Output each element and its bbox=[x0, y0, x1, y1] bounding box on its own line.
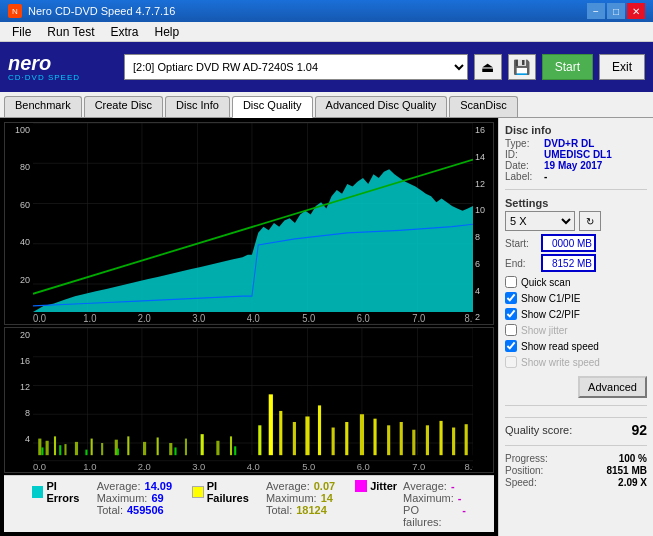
pi-errors-avg-row: Average: 14.09 bbox=[97, 480, 172, 492]
menu-file[interactable]: File bbox=[4, 23, 39, 41]
advanced-button[interactable]: Advanced bbox=[578, 376, 647, 398]
svg-rect-60 bbox=[318, 406, 321, 456]
legend-bar: PI Errors Average: 14.09 Maximum: 69 Tot… bbox=[4, 475, 494, 532]
show-read-speed-checkbox[interactable] bbox=[505, 340, 517, 352]
svg-rect-75 bbox=[117, 449, 119, 456]
bottom-chart-right-spacer bbox=[473, 328, 493, 472]
legend-pi-errors: PI Errors Average: 14.09 Maximum: 69 Tot… bbox=[32, 480, 172, 528]
svg-rect-40 bbox=[46, 441, 49, 455]
disc-date-label: Date: bbox=[505, 160, 540, 171]
menu-run-test[interactable]: Run Test bbox=[39, 23, 102, 41]
settings-title: Settings bbox=[505, 197, 647, 209]
end-input[interactable] bbox=[541, 254, 596, 272]
svg-text:4.0: 4.0 bbox=[247, 312, 260, 324]
tab-benchmark[interactable]: Benchmark bbox=[4, 96, 82, 117]
svg-rect-47 bbox=[127, 437, 129, 456]
speed-row-2: Speed: 2.09 X bbox=[505, 477, 647, 488]
logo-nero: nero bbox=[8, 53, 118, 73]
progress-section: Progress: 100 % Position: 8151 MB Speed:… bbox=[505, 453, 647, 489]
svg-text:3.0: 3.0 bbox=[192, 461, 206, 472]
show-write-speed-checkbox[interactable] bbox=[505, 356, 517, 368]
svg-rect-51 bbox=[185, 439, 187, 456]
disc-label-value: - bbox=[544, 171, 547, 182]
jitter-max-value: - bbox=[458, 492, 462, 504]
svg-rect-42 bbox=[64, 444, 66, 455]
top-chart-svg: 0.0 1.0 2.0 3.0 4.0 5.0 6.0 7.0 8.0 bbox=[33, 123, 473, 324]
menu-help[interactable]: Help bbox=[147, 23, 188, 41]
legend-pi-failures: PI Failures Average: 0.07 Maximum: 14 To… bbox=[192, 480, 335, 528]
svg-text:7.0: 7.0 bbox=[412, 312, 425, 324]
top-chart: 100 80 60 40 20 bbox=[4, 122, 494, 325]
pi-failures-total-row: Total: 18124 bbox=[266, 504, 335, 516]
svg-rect-70 bbox=[452, 428, 455, 456]
maximize-button[interactable]: □ bbox=[607, 3, 625, 19]
tab-scan-disc[interactable]: ScanDisc bbox=[449, 96, 517, 117]
app-title: Nero CD-DVD Speed 4.7.7.16 bbox=[28, 5, 175, 17]
quick-scan-label: Quick scan bbox=[521, 277, 570, 288]
end-label: End: bbox=[505, 258, 537, 269]
show-c1pie-checkbox[interactable] bbox=[505, 292, 517, 304]
show-jitter-row: Show jitter bbox=[505, 322, 647, 338]
refresh-button[interactable]: ↻ bbox=[579, 211, 601, 231]
svg-text:6.0: 6.0 bbox=[357, 312, 370, 324]
divider2 bbox=[505, 405, 647, 406]
titlebar: N Nero CD-DVD Speed 4.7.7.16 − □ ✕ bbox=[0, 0, 653, 22]
bottom-chart-y-axis: 20 16 12 8 4 bbox=[5, 328, 33, 472]
pi-failures-max-row: Maximum: 14 bbox=[266, 492, 335, 504]
svg-rect-74 bbox=[85, 450, 87, 456]
svg-rect-58 bbox=[293, 422, 296, 455]
show-write-speed-row: Show write speed bbox=[505, 354, 647, 370]
progress-label: Progress: bbox=[505, 453, 548, 464]
chart-area: 100 80 60 40 20 bbox=[0, 118, 498, 536]
tab-bar: Benchmark Create Disc Disc Info Disc Qua… bbox=[0, 92, 653, 118]
tab-create-disc[interactable]: Create Disc bbox=[84, 96, 163, 117]
svg-rect-62 bbox=[345, 422, 348, 455]
tab-advanced-disc-quality[interactable]: Advanced Disc Quality bbox=[315, 96, 448, 117]
minimize-button[interactable]: − bbox=[587, 3, 605, 19]
eject-button[interactable]: ⏏ bbox=[474, 54, 502, 80]
progress-row: Progress: 100 % bbox=[505, 453, 647, 464]
position-value: 8151 MB bbox=[606, 465, 647, 476]
close-button[interactable]: ✕ bbox=[627, 3, 645, 19]
disc-id-value: UMEDISC DL1 bbox=[544, 149, 612, 160]
tab-disc-info[interactable]: Disc Info bbox=[165, 96, 230, 117]
pi-failures-avg-value: 0.07 bbox=[314, 480, 335, 492]
pi-errors-color-box bbox=[32, 486, 43, 498]
exit-button[interactable]: Exit bbox=[599, 54, 645, 80]
start-input[interactable] bbox=[541, 234, 596, 252]
start-button[interactable]: Start bbox=[542, 54, 593, 80]
menu-extra[interactable]: Extra bbox=[102, 23, 146, 41]
titlebar-controls[interactable]: − □ ✕ bbox=[587, 3, 645, 19]
quick-scan-checkbox[interactable] bbox=[505, 276, 517, 288]
start-label: Start: bbox=[505, 238, 537, 249]
disc-id-label: ID: bbox=[505, 149, 540, 160]
show-c2pif-label: Show C2/PIF bbox=[521, 309, 580, 320]
pi-errors-total-value: 459506 bbox=[127, 504, 164, 516]
svg-rect-63 bbox=[360, 415, 364, 456]
jitter-stats: Average: - Maximum: - PO failures: - bbox=[403, 480, 466, 528]
svg-rect-59 bbox=[305, 417, 309, 456]
svg-rect-64 bbox=[373, 419, 376, 455]
svg-rect-56 bbox=[269, 395, 273, 456]
svg-rect-48 bbox=[143, 442, 146, 455]
bottom-chart-svg-container: 0.0 1.0 2.0 3.0 4.0 5.0 6.0 7.0 8.0 bbox=[33, 328, 473, 472]
drive-select[interactable]: [2:0] Optiarc DVD RW AD-7240S 1.04 bbox=[124, 54, 468, 80]
tab-disc-quality[interactable]: Disc Quality bbox=[232, 96, 313, 118]
svg-rect-57 bbox=[279, 411, 282, 455]
progress-value: 100 % bbox=[619, 453, 647, 464]
bottom-chart-svg: 0.0 1.0 2.0 3.0 4.0 5.0 6.0 7.0 8.0 bbox=[33, 328, 473, 472]
save-button[interactable]: 💾 bbox=[508, 54, 536, 80]
titlebar-left: N Nero CD-DVD Speed 4.7.7.16 bbox=[8, 4, 175, 18]
show-jitter-checkbox[interactable] bbox=[505, 324, 517, 336]
jitter-avg-value: - bbox=[451, 480, 455, 492]
svg-rect-55 bbox=[258, 426, 261, 456]
speed-select[interactable]: 5 X bbox=[505, 211, 575, 231]
show-read-speed-label: Show read speed bbox=[521, 341, 599, 352]
top-chart-svg-container: 0.0 1.0 2.0 3.0 4.0 5.0 6.0 7.0 8.0 bbox=[33, 123, 473, 324]
svg-rect-61 bbox=[332, 428, 335, 456]
disc-info-section: Disc info Type: DVD+R DL ID: UMEDISC DL1… bbox=[505, 124, 647, 182]
show-c2pif-checkbox[interactable] bbox=[505, 308, 517, 320]
disc-type-row: Type: DVD+R DL bbox=[505, 138, 647, 149]
settings-section: Settings 5 X ↻ Start: End: Quick scan bbox=[505, 197, 647, 398]
svg-text:6.0: 6.0 bbox=[357, 461, 371, 472]
